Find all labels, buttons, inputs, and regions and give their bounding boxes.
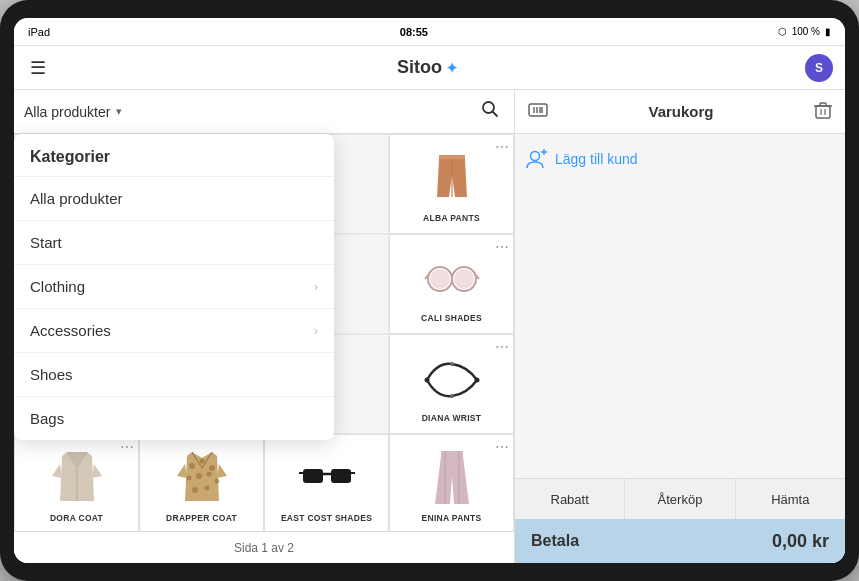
category-item-shoes[interactable]: Shoes: [14, 353, 334, 397]
svg-point-22: [186, 476, 191, 481]
category-item-clothing[interactable]: Clothing ›: [14, 265, 334, 309]
cart-panel: Varukorg: [514, 90, 845, 563]
category-item-all[interactable]: Alla produkter: [14, 177, 334, 221]
category-item-start[interactable]: Start: [14, 221, 334, 265]
svg-rect-40: [816, 106, 830, 118]
pay-amount: 0,00 kr: [772, 531, 829, 552]
cart-delete-button[interactable]: [813, 100, 833, 124]
product-name-cali-shades: CALI SHADES: [421, 313, 482, 323]
product-image-drapper-coat: [172, 447, 232, 507]
product-image-diana-wrist: [422, 347, 482, 407]
product-image-enina-pants: [422, 447, 482, 507]
category-item-bags[interactable]: Bags: [14, 397, 334, 440]
svg-point-15: [474, 378, 479, 383]
sitoo-star-icon: ✦: [446, 60, 458, 76]
filter-label: Alla produkter: [24, 104, 110, 120]
svg-point-16: [450, 362, 454, 366]
category-accessories-label: Accessories: [30, 322, 111, 339]
avatar-label: S: [815, 61, 823, 75]
pagination-text: Sida 1 av 2: [234, 541, 294, 555]
svg-point-25: [214, 479, 219, 484]
cart-scan-button[interactable]: [527, 99, 549, 125]
search-icon: [480, 103, 500, 123]
main-area: Alla produkter ▾ Kategorier: [14, 90, 845, 563]
product-cell-enina-pants[interactable]: ENINA PANTS ⋯: [389, 434, 514, 531]
avatar-button[interactable]: S: [805, 54, 833, 82]
product-image-cali-shades: [422, 247, 482, 307]
navbar-left: ☰: [26, 53, 50, 83]
status-ipad-label: iPad: [28, 26, 50, 38]
hamta-button[interactable]: Hämta: [736, 479, 845, 519]
svg-point-23: [196, 473, 202, 479]
product-name-dora-coat: DORA COAT: [50, 513, 103, 523]
product-cell-dora-coat[interactable]: DORA COAT ⋯: [14, 434, 139, 531]
svg-point-8: [454, 269, 474, 289]
cart-title: Varukorg: [648, 103, 713, 120]
product-more-btn-alba[interactable]: ⋯: [495, 139, 509, 155]
chevron-right-icon: ›: [314, 279, 318, 294]
product-name-drapper-coat: DRAPPER COAT: [166, 513, 237, 523]
battery-label: 100 %: [792, 26, 820, 37]
product-cell-diana-wrist[interactable]: DIANA WRIST ⋯: [389, 334, 514, 434]
app-title: Sitoo: [397, 57, 442, 78]
chevron-down-icon: ▾: [116, 105, 122, 118]
aterkoj-button[interactable]: Återköp: [625, 479, 735, 519]
battery-icon: ▮: [825, 26, 831, 37]
ipad-frame: iPad 08:55 ⬡ 100 % ▮ ☰ Sitoo ✦ S: [0, 0, 859, 581]
cart-header: Varukorg: [515, 90, 845, 134]
svg-point-21: [209, 465, 215, 471]
filter-dropdown-button[interactable]: Alla produkter ▾: [24, 104, 468, 120]
status-bar: iPad 08:55 ⬡ 100 % ▮: [14, 18, 845, 46]
product-more-btn-cali[interactable]: ⋯: [495, 239, 509, 255]
svg-point-24: [206, 472, 211, 477]
svg-rect-28: [303, 469, 323, 483]
category-all-label: Alla produkter: [30, 190, 123, 207]
rabatt-button[interactable]: Rabatt: [515, 479, 625, 519]
product-image-dora-coat: [47, 447, 107, 507]
product-cell-alba-pants[interactable]: ALBA PANTS ⋯: [389, 134, 514, 234]
svg-point-14: [424, 378, 429, 383]
cart-footer: Rabatt Återköp Hämta Betala 0,00 kr: [515, 478, 845, 563]
product-name-east-cost-shades: EAST COST SHADES: [281, 513, 372, 523]
svg-rect-35: [529, 104, 547, 116]
cart-body: Lägg till kund: [515, 134, 845, 478]
cart-actions: Rabatt Återköp Hämta: [515, 479, 845, 519]
category-item-accessories[interactable]: Accessories ›: [14, 309, 334, 353]
product-more-btn-enina[interactable]: ⋯: [495, 439, 509, 455]
add-customer-label: Lägg till kund: [555, 151, 638, 167]
svg-point-27: [204, 486, 209, 491]
svg-rect-29: [331, 469, 351, 483]
product-cell-cali-shades[interactable]: CALI SHADES ⋯: [389, 234, 514, 334]
status-time: 08:55: [400, 26, 428, 38]
navbar: ☰ Sitoo ✦ S: [14, 46, 845, 90]
svg-point-17: [450, 394, 454, 398]
ipad-screen: iPad 08:55 ⬡ 100 % ▮ ☰ Sitoo ✦ S: [14, 18, 845, 563]
product-more-btn-dora[interactable]: ⋯: [120, 439, 134, 455]
category-start-label: Start: [30, 234, 62, 251]
hamburger-button[interactable]: ☰: [26, 53, 50, 83]
product-name-alba-pants: ALBA PANTS: [423, 213, 480, 223]
product-more-btn-diana[interactable]: ⋯: [495, 339, 509, 355]
bluetooth-icon: ⬡: [778, 26, 787, 37]
svg-line-1: [493, 112, 498, 117]
pagination: Sida 1 av 2: [14, 531, 514, 563]
pay-label: Betala: [531, 532, 579, 550]
products-toolbar: Alla produkter ▾: [14, 90, 514, 134]
category-shoes-label: Shoes: [30, 366, 73, 383]
product-image-alba-pants: [422, 147, 482, 207]
svg-point-20: [199, 459, 204, 464]
category-clothing-label: Clothing: [30, 278, 85, 295]
navbar-right: S: [805, 54, 833, 82]
category-dropdown: Kategorier Alla produkter Start Clothing…: [14, 134, 334, 440]
pay-button[interactable]: Betala 0,00 kr: [515, 519, 845, 563]
status-right: ⬡ 100 % ▮: [778, 26, 831, 37]
svg-point-6: [430, 269, 450, 289]
navbar-center: Sitoo ✦: [397, 57, 458, 78]
add-customer-button[interactable]: Lägg till kund: [525, 144, 638, 174]
product-cell-east-cost-shades[interactable]: EAST COST SHADES: [264, 434, 389, 531]
svg-point-19: [189, 463, 195, 469]
product-cell-drapper-coat[interactable]: DRAPPER COAT: [139, 434, 264, 531]
category-bags-label: Bags: [30, 410, 64, 427]
search-button[interactable]: [476, 95, 504, 128]
product-name-diana-wrist: DIANA WRIST: [422, 413, 482, 423]
